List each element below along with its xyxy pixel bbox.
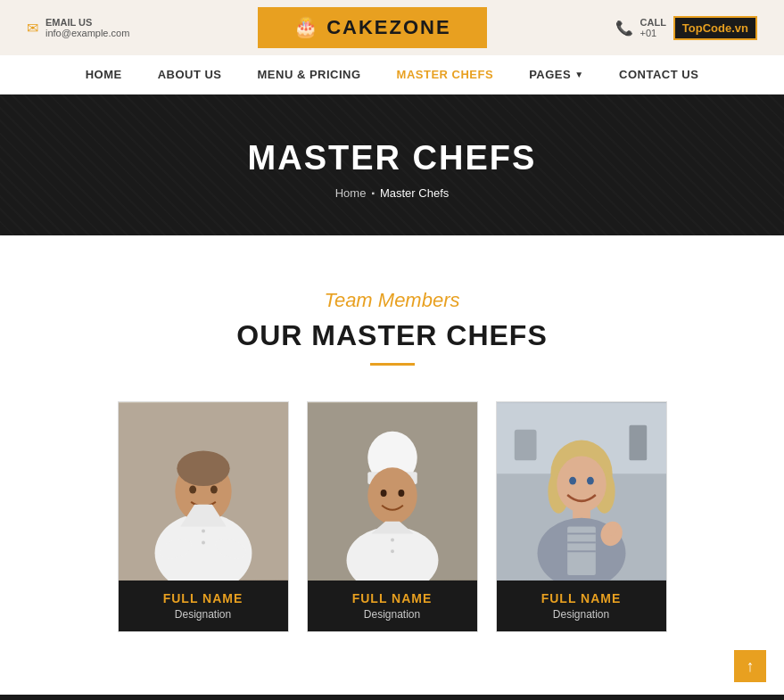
brand-name: CAKEZONE	[326, 16, 450, 39]
chef-figure-2	[308, 402, 477, 581]
brand-cake-icon: 🎂	[293, 16, 318, 39]
email-icon: ✉	[27, 20, 38, 37]
chef-designation-1: Designation	[128, 608, 279, 621]
svg-point-6	[210, 486, 217, 494]
nav-master-chefs[interactable]: MASTER CHEFS	[397, 68, 494, 81]
nav-contact[interactable]: CONTACT US	[619, 68, 698, 81]
nav-pages[interactable]: PAGES ▼	[529, 68, 583, 81]
svg-point-16	[398, 490, 404, 497]
call-icon: 📞	[615, 20, 633, 37]
chef-photo-3	[497, 402, 666, 581]
svg-point-4	[177, 450, 229, 486]
call-label: CALL	[640, 17, 666, 28]
chef-info-2: FULL NAME Designation	[308, 581, 477, 631]
svg-point-14	[367, 467, 417, 523]
call-section: 📞 CALL +01 TopCode.vn	[615, 16, 757, 40]
team-title: OUR MASTER CHEFS	[36, 319, 748, 352]
scroll-top-button[interactable]: ↑	[734, 650, 766, 682]
chef-designation-2: Designation	[317, 608, 468, 621]
email-label: EMAIL US	[45, 17, 129, 28]
breadcrumb-home[interactable]: Home	[335, 186, 367, 200]
top-bar: ✉ EMAIL US info@example.com 🎂 CAKEZONE 📞…	[0, 0, 784, 55]
svg-rect-23	[514, 430, 536, 461]
email-section: ✉ EMAIL US info@example.com	[27, 17, 129, 38]
breadcrumb-separator: ▪	[371, 188, 375, 198]
svg-point-20	[391, 549, 394, 553]
svg-point-28	[557, 456, 606, 512]
chef-photo-2	[308, 402, 477, 581]
svg-point-10	[202, 540, 205, 544]
chef-card-3[interactable]: FULL NAME Designation	[496, 401, 667, 632]
chef-info-1: FULL NAME Designation	[119, 581, 288, 631]
chef-name-1: FULL NAME	[128, 591, 279, 605]
footer: 🎂 CAKEZONE Lorem diam sit erat dolor eli…	[0, 695, 784, 700]
team-divider	[370, 363, 415, 366]
hero-section: MASTER CHEFS Home ▪ Master Chefs	[0, 95, 784, 235]
call-number: +01	[640, 28, 666, 38]
chef-card-2[interactable]: FULL NAME Designation	[307, 401, 478, 632]
main-nav: HOME ABOUT US MENU & PRICING MASTER CHEF…	[0, 55, 784, 95]
email-value: info@example.com	[45, 28, 129, 38]
chef-name-3: FULL NAME	[506, 591, 657, 605]
svg-point-29	[569, 477, 576, 485]
team-section: Team Members OUR MASTER CHEFS	[0, 235, 784, 695]
svg-point-19	[391, 538, 394, 541]
svg-rect-24	[629, 425, 647, 461]
brand-header[interactable]: 🎂 CAKEZONE	[258, 7, 486, 48]
nav-about[interactable]: ABOUT US	[158, 68, 222, 81]
chef-name-2: FULL NAME	[317, 591, 468, 605]
breadcrumb-current: Master Chefs	[380, 186, 449, 200]
svg-point-5	[189, 486, 196, 494]
svg-point-15	[380, 490, 386, 497]
chef-card-1[interactable]: FULL NAME Designation	[118, 401, 289, 632]
nav-menu[interactable]: MENU & PRICING	[258, 68, 361, 81]
hero-title: MASTER CHEFS	[0, 139, 784, 177]
svg-point-9	[202, 530, 205, 533]
chefs-grid: FULL NAME Designation	[36, 401, 748, 632]
chef-figure-1	[119, 402, 288, 581]
chef-info-3: FULL NAME Designation	[497, 581, 666, 631]
team-subtitle: Team Members	[36, 289, 748, 312]
svg-point-30	[586, 477, 593, 485]
nav-pages-link[interactable]: PAGES	[529, 68, 571, 81]
chef-designation-3: Designation	[506, 608, 657, 621]
pages-dropdown-arrow: ▼	[574, 70, 583, 79]
breadcrumb: Home ▪ Master Chefs	[0, 186, 784, 200]
chef-figure-3	[497, 402, 666, 581]
chef-photo-1	[119, 402, 288, 581]
topcode-logo: TopCode.vn	[673, 16, 757, 40]
nav-home[interactable]: HOME	[86, 68, 122, 81]
